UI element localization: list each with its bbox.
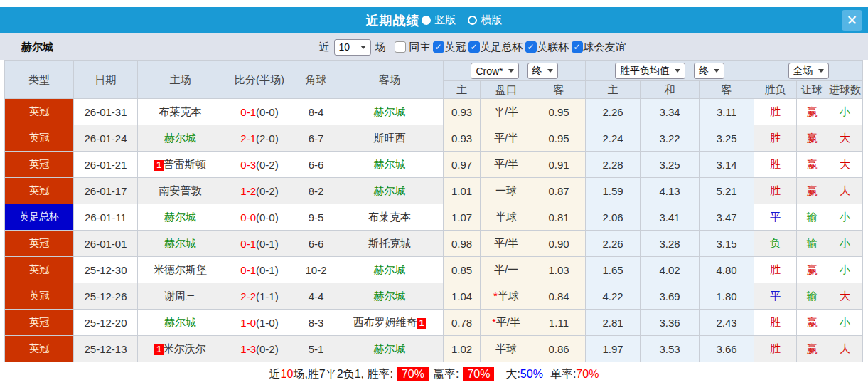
home-team-name[interactable]: 米德尔斯堡 <box>154 263 207 275</box>
corner-cell: 8-3 <box>296 310 336 336</box>
horizontal-layout-label[interactable]: 横版 <box>481 14 503 27</box>
result-cell: 胜 <box>754 310 797 336</box>
close-icon: ✕ <box>847 12 858 28</box>
goals-cell: 大 <box>827 178 863 204</box>
handicap-value: 半/一 <box>494 263 518 275</box>
goals-cell: 大 <box>827 125 863 152</box>
away-team-name[interactable]: 赫尔城 <box>374 158 406 170</box>
home-team-name[interactable]: 普雷斯顿 <box>164 158 206 170</box>
away-team-cell: 赫尔城 <box>336 178 444 204</box>
home-team-name[interactable]: 赫尔城 <box>164 237 196 249</box>
bookmaker-period-select[interactable]: 终 <box>527 63 558 79</box>
col-header-type: 类型 <box>5 61 74 99</box>
handicap-value: 半球 <box>498 290 519 302</box>
away-team-name[interactable]: 赫尔城 <box>374 290 406 302</box>
close-button[interactable]: ✕ <box>842 10 862 31</box>
league-cell: 英冠 <box>5 283 74 310</box>
handicap-value: 半球 <box>495 211 517 223</box>
vertical-layout-label[interactable]: 竖版 <box>435 14 456 27</box>
away-team-name[interactable]: 布莱克本 <box>368 211 411 223</box>
handicap-result-cell: 赢 <box>797 99 827 125</box>
col-header-avg-away: 客 <box>700 81 754 99</box>
home-team-name[interactable]: 南安普敦 <box>159 184 202 196</box>
avg-away-cell: 3.25 <box>700 125 754 152</box>
table-row: 英足总杯 26-01-11 赫尔城 0-0(0-0) 9-5 布莱克本 1.07… <box>5 204 863 231</box>
score-cell: 0-1(0-0) <box>223 99 296 125</box>
home-team-name[interactable]: 赫尔城 <box>164 132 196 144</box>
home-team-name[interactable]: 赫尔城 <box>164 316 196 328</box>
away-team-cell: 斯旺西 <box>336 125 444 152</box>
away-team-name[interactable]: 斯托克城 <box>368 237 411 249</box>
table-row: 英冠 26-01-17 南安普敦 1-2(0-2) 8-2 赫尔城 1.01 一… <box>5 178 863 204</box>
handicap-result-cell: 赢 <box>797 257 827 283</box>
score-cell: 0-1(0-1) <box>223 257 296 283</box>
col-header-odds-away: 客 <box>532 81 586 99</box>
league-checkbox-1[interactable]: ✓ <box>468 41 480 53</box>
away-team-cell: 赫尔城 <box>336 283 444 310</box>
away-team-name[interactable]: 赫尔城 <box>374 342 406 354</box>
odds-home-cell: 1.04 <box>444 283 481 310</box>
home-team-name[interactable]: 赫尔城 <box>164 211 196 223</box>
result-cell: 胜 <box>754 152 797 178</box>
league-checkbox-3[interactable]: ✓ <box>572 41 583 53</box>
away-team-name[interactable]: 西布罗姆维奇 <box>353 316 417 328</box>
col-header-result: 胜负 <box>754 81 797 99</box>
result-cell: 负 <box>754 231 797 257</box>
handicap-result-cell: 赢 <box>797 336 827 362</box>
handicap-rate-badge: 70% <box>463 367 494 381</box>
handicap-result-cell: 输 <box>797 231 827 257</box>
col-header-handicap: 盘口 <box>481 81 532 99</box>
home-team-cell: 赫尔城 <box>138 310 223 336</box>
radio-selected-icon[interactable] <box>422 16 431 25</box>
games-label: 场 <box>375 41 386 54</box>
home-team-name[interactable]: 谢周三 <box>164 290 196 302</box>
avg-draw-cell: 3.34 <box>641 99 700 125</box>
away-team-name[interactable]: 赫尔城 <box>374 184 406 196</box>
layout-option-horizontal[interactable]: 横版 <box>456 14 503 27</box>
date-cell: 26-01-24 <box>74 125 138 152</box>
odds-away-cell: 0.91 <box>532 152 586 178</box>
layout-option-vertical[interactable]: 竖版 <box>420 14 456 27</box>
home-team-name[interactable]: 米尔沃尔 <box>164 342 206 354</box>
radio-unselected-icon[interactable] <box>468 16 477 25</box>
check-icon: ✓ <box>527 42 534 52</box>
handicap-cell: *半球 <box>481 283 532 310</box>
bookmaker-select[interactable]: Crow* <box>471 63 518 79</box>
table-row: 英冠 26-01-21 1普雷斯顿 0-3(0-2) 6-6 赫尔城 0.97 … <box>5 152 863 178</box>
odds-away-cell: 0.86 <box>532 336 586 362</box>
league-checkbox-0[interactable]: ✓ <box>433 41 444 53</box>
handicap-result-cell: 赢 <box>797 310 827 336</box>
away-team-name[interactable]: 赫尔城 <box>374 263 406 275</box>
odds-away-cell: 1.11 <box>532 310 586 336</box>
average-select[interactable]: 胜平负均值 <box>615 63 685 79</box>
fulltime-score: 0-1 <box>240 238 256 250</box>
result-cell: 胜 <box>754 178 797 204</box>
away-team-name[interactable]: 斯旺西 <box>374 132 406 144</box>
away-team-name[interactable]: 赫尔城 <box>374 105 406 117</box>
corner-cell: 5-1 <box>296 336 336 362</box>
avg-away-cell: 3.14 <box>700 152 754 178</box>
avg-draw-cell: 3.53 <box>641 336 700 362</box>
league-cell: 英足总杯 <box>5 204 74 231</box>
odds-away-cell: 0.90 <box>532 231 586 257</box>
goals-cell: 小 <box>827 99 863 125</box>
league-checkbox-2[interactable]: ✓ <box>525 41 537 53</box>
handicap-cell: 平/半 <box>481 152 532 178</box>
avg-draw-cell: 3.28 <box>641 231 700 257</box>
odds-away-cell: 0.84 <box>532 283 586 310</box>
filter-controls: 近 10 场 同主 ✓ 英冠 ✓ 英足总杯 ✓ 英联杯 ✓ 球会友谊 <box>319 39 628 56</box>
win-rate-badge: 70% <box>397 367 429 381</box>
odds-home-cell: 1.07 <box>444 204 481 231</box>
avg-draw-cell: 3.36 <box>641 310 700 336</box>
average-period-select[interactable]: 终 <box>694 63 724 79</box>
league-cell: 英冠 <box>5 257 74 283</box>
scope-select[interactable]: 全场 <box>788 63 829 79</box>
score-cell: 0-1(0-1) <box>223 231 296 257</box>
same-home-checkbox[interactable] <box>395 41 406 53</box>
odds-away-cell: 0.95 <box>532 99 586 125</box>
league-cell: 英冠 <box>5 178 74 204</box>
home-team-name[interactable]: 布莱克本 <box>159 105 202 117</box>
handicap-cell: 平/半 <box>481 125 532 152</box>
match-count-select[interactable]: 10 <box>334 39 371 56</box>
goals-cell: 大 <box>827 336 863 362</box>
